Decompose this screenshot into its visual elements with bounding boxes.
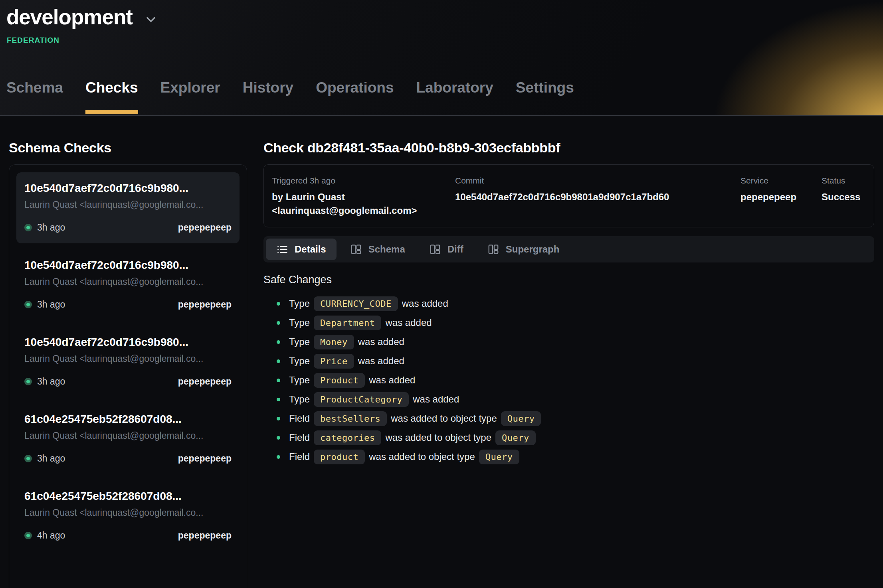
check-list-item[interactable]: 10e540d7aef72c0d716c9b980... Laurin Quas… (16, 249, 240, 320)
meta-status: Status Success (822, 176, 866, 217)
change-code: Query (501, 411, 541, 426)
change-suffix: was added (369, 375, 415, 386)
change-code: CURRENCY_CODE (314, 296, 398, 311)
bullet-icon (277, 436, 280, 440)
status-dot-icon (24, 301, 32, 308)
tab-diff-label: Diff (447, 244, 463, 255)
change-row: Type Money was added (263, 332, 874, 351)
meta-triggered-value: by Laurin Quast <laurinquast@googlemail.… (272, 190, 455, 217)
meta-commit-label: Commit (455, 176, 740, 185)
tab-checks[interactable]: Checks (85, 79, 138, 115)
meta-service-label: Service (740, 176, 822, 185)
check-commit-hash: 61c04e25475eb52f28607d08... (24, 413, 232, 426)
check-detail-panel: Check db28f481-35aa-40b0-b8b9-303ecfabbb… (263, 116, 874, 588)
columns-icon (429, 243, 441, 255)
bullet-icon (277, 321, 280, 325)
meta-status-value: Success (822, 190, 866, 204)
tab-history[interactable]: History (243, 79, 293, 115)
change-row: Type Product was added (263, 371, 874, 390)
tab-laboratory[interactable]: Laboratory (416, 79, 493, 115)
meta-service: Service pepepepeep (740, 176, 822, 217)
tab-settings[interactable]: Settings (516, 79, 574, 115)
check-service: pepepepeep (178, 530, 232, 541)
check-time: 3h ago (37, 222, 65, 233)
change-row: Type ProductCategory was added (263, 390, 874, 409)
safe-changes-list: Type CURRENCY_CODE was added Type Depart… (263, 294, 874, 466)
change-suffix: was added (385, 317, 432, 328)
change-code: Query (479, 450, 519, 464)
check-author: Laurin Quast <laurinquast@googlemail.co.… (24, 507, 232, 518)
change-code: Query (495, 430, 536, 445)
project-name: development (6, 5, 133, 29)
check-list-item[interactable]: 10e540d7aef72c0d716c9b980... Laurin Quas… (16, 172, 240, 243)
change-prefix: Type (289, 375, 310, 386)
change-row: Field product was added to object type Q… (263, 447, 874, 466)
project-switcher[interactable]: development (6, 5, 158, 29)
change-prefix: Field (289, 413, 310, 424)
tab-schema[interactable]: Schema (6, 79, 63, 115)
change-prefix: Type (289, 298, 310, 309)
change-code: bestSellers (314, 411, 387, 426)
status-dot-icon (24, 378, 32, 385)
change-code: categories (314, 430, 381, 445)
check-service: pepepepeep (178, 453, 232, 464)
check-commit-hash: 10e540d7aef72c0d716c9b980... (24, 182, 232, 195)
meta-status-label: Status (822, 176, 866, 185)
change-prefix: Type (289, 394, 310, 405)
project-switcher-button[interactable] (144, 12, 158, 27)
tab-schema-view[interactable]: Schema (340, 239, 416, 260)
check-commit-hash: 10e540d7aef72c0d716c9b980... (24, 336, 232, 349)
sidebar-title: Schema Checks (9, 140, 247, 156)
checks-list: 10e540d7aef72c0d716c9b980... Laurin Quas… (9, 164, 247, 588)
bullet-icon (277, 340, 280, 344)
change-row: Field categories was added to object typ… (263, 428, 874, 447)
check-time: 3h ago (37, 299, 65, 310)
change-prefix: Field (289, 432, 310, 443)
check-time: 4h ago (37, 530, 65, 541)
tab-details[interactable]: Details (266, 239, 337, 260)
meta-commit: Commit 10e540d7aef72c0d716c9b9801a9d907c… (455, 176, 740, 217)
tab-supergraph-label: Supergraph (506, 244, 560, 255)
change-prefix: Type (289, 317, 310, 328)
tab-operations[interactable]: Operations (316, 79, 394, 115)
change-row: Type Price was added (263, 351, 874, 371)
safe-changes-title: Safe Changes (263, 274, 874, 286)
status-dot-icon (24, 224, 32, 231)
change-row: Type CURRENCY_CODE was added (263, 294, 874, 313)
check-list-item[interactable]: 61c04e25475eb52f28607d08... Laurin Quast… (16, 403, 240, 474)
status-dot-icon (24, 455, 32, 462)
change-code: Money (314, 335, 354, 349)
check-detail-title: Check db28f481-35aa-40b0-b8b9-303ecfabbb… (263, 140, 874, 156)
bullet-icon (277, 302, 280, 306)
project-type-badge: FEDERATION (7, 36, 59, 45)
app-header: development FEDERATION Schema Checks Exp… (0, 0, 883, 116)
change-suffix: was added (413, 394, 459, 405)
tab-diff[interactable]: Diff (419, 239, 474, 260)
bullet-icon (277, 398, 280, 401)
change-suffix: was added (402, 298, 448, 309)
columns-icon (350, 243, 362, 255)
view-tabs: Details Schema Diff Supergraph (263, 236, 874, 262)
tab-supergraph[interactable]: Supergraph (477, 239, 570, 260)
check-list-item[interactable]: 10e540d7aef72c0d716c9b980... Laurin Quas… (16, 326, 240, 397)
content-area: Schema Checks 10e540d7aef72c0d716c9b980.… (0, 116, 883, 588)
check-author: Laurin Quast <laurinquast@googlemail.co.… (24, 430, 232, 441)
check-service: pepepepeep (178, 222, 232, 233)
check-author: Laurin Quast <laurinquast@googlemail.co.… (24, 353, 232, 364)
bullet-icon (277, 417, 280, 420)
meta-triggered-label: Triggered 3h ago (272, 176, 455, 185)
tab-explorer[interactable]: Explorer (160, 79, 220, 115)
tab-schema-view-label: Schema (368, 244, 405, 255)
chevron-down-icon (144, 12, 158, 27)
check-service: pepepepeep (178, 299, 232, 310)
bullet-icon (277, 455, 280, 459)
check-author: Laurin Quast <laurinquast@googlemail.co.… (24, 276, 232, 287)
meta-commit-value: 10e540d7aef72c0d716c9b9801a9d907c1a7bd60 (455, 190, 740, 204)
main-nav: Schema Checks Explorer History Operation… (6, 79, 574, 115)
change-prefix: Field (289, 451, 310, 462)
change-row: Field bestSellers was added to object ty… (263, 409, 874, 428)
change-row: Type Department was added (263, 313, 874, 332)
check-list-item[interactable]: 61c04e25475eb52f28607d08... Laurin Quast… (16, 480, 240, 551)
check-commit-hash: 10e540d7aef72c0d716c9b980... (24, 259, 232, 272)
bullet-icon (277, 379, 280, 382)
